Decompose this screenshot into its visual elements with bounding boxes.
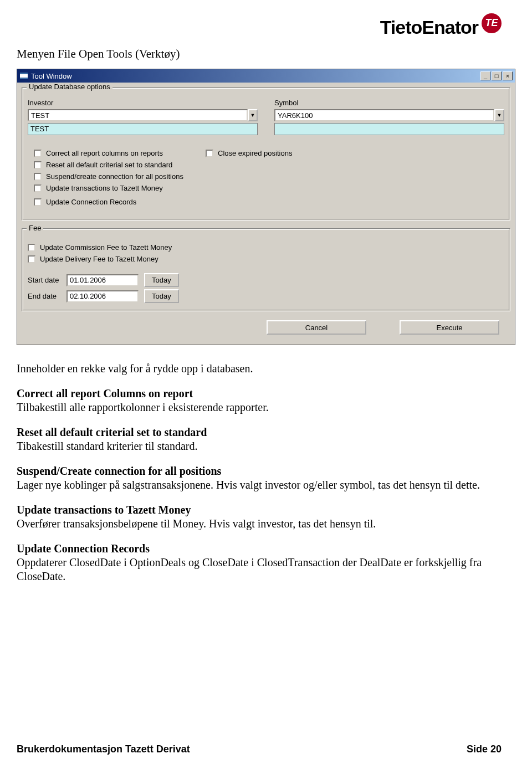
investor-label: Investor bbox=[28, 99, 258, 107]
check-close-expired[interactable] bbox=[206, 150, 213, 157]
end-date-label: End date bbox=[28, 292, 66, 300]
page-footer: Brukerdokumentasjon Tazett Derivat Side … bbox=[17, 744, 502, 755]
check-update-conn-label: Update Connection Records bbox=[46, 198, 136, 206]
start-date-input[interactable] bbox=[66, 274, 139, 286]
group-fee: Fee Update Commission Fee to Tazett Mone… bbox=[22, 228, 510, 311]
cancel-button[interactable]: Cancel bbox=[267, 320, 366, 335]
section-3-text: Lager nye koblinger på salgstransaksjone… bbox=[17, 479, 480, 491]
check-commission-fee[interactable] bbox=[28, 244, 35, 252]
investor-selected-cell[interactable]: TEST bbox=[28, 123, 258, 135]
section-2-title: Reset all default criterial set to stand… bbox=[17, 426, 207, 438]
document-body: Inneholder en rekke valg for å rydde opp… bbox=[17, 362, 502, 583]
section-5-text: Oppdaterer ClosedDate i OptionDeals og C… bbox=[17, 556, 482, 582]
page-heading: Menyen File Open Tools (Verktøy) bbox=[17, 47, 502, 61]
check-reset-criterial[interactable] bbox=[34, 161, 42, 169]
check-suspend-create-label: Suspend/create connection for all positi… bbox=[46, 172, 183, 181]
minimize-button[interactable]: _ bbox=[480, 71, 490, 80]
symbol-label: Symbol bbox=[274, 99, 504, 107]
start-today-button[interactable]: Today bbox=[144, 273, 179, 287]
close-button[interactable]: × bbox=[503, 71, 513, 80]
footer-right: Side 20 bbox=[467, 744, 502, 755]
window-title: Tool Window bbox=[31, 72, 480, 80]
check-update-conn[interactable] bbox=[34, 198, 42, 206]
check-update-trans-label: Update transactions to Tazett Money bbox=[46, 184, 163, 192]
window-icon bbox=[19, 72, 28, 80]
symbol-selected-cell[interactable] bbox=[274, 123, 504, 135]
check-correct-reports-label: Correct all report columns on reports bbox=[46, 149, 163, 157]
maximize-button[interactable]: □ bbox=[492, 71, 502, 80]
titlebar: Tool Window _ □ × bbox=[17, 69, 515, 83]
tool-window: Tool Window _ □ × Update Database option… bbox=[17, 69, 515, 345]
start-date-label: Start date bbox=[28, 276, 66, 284]
check-reset-criterial-label: Reset all default criterial set to stand… bbox=[46, 161, 172, 169]
section-1-title: Correct all report Columns on report bbox=[17, 387, 193, 399]
footer-left: Brukerdokumentasjon Tazett Derivat bbox=[17, 744, 190, 755]
symbol-dropdown-button[interactable] bbox=[494, 109, 504, 121]
end-today-button[interactable]: Today bbox=[144, 289, 179, 303]
section-2-text: Tibakestill standard kriterier til stand… bbox=[17, 440, 197, 452]
check-update-trans[interactable] bbox=[34, 184, 42, 192]
investor-combo[interactable]: TEST bbox=[28, 109, 248, 121]
section-1-text: Tilbakestill alle rapportkolonner i eksi… bbox=[17, 401, 269, 413]
check-correct-reports[interactable] bbox=[34, 150, 42, 157]
section-4-text: Overfører transaksjonsbeløpene til Money… bbox=[17, 517, 376, 530]
logo-text: TietoEnator bbox=[380, 17, 478, 38]
section-4-title: Update transactions to Tazett Money bbox=[17, 504, 191, 516]
logo-badge: TE bbox=[482, 13, 502, 33]
investor-dropdown-button[interactable] bbox=[248, 109, 258, 121]
check-commission-fee-label: Update Commission Fee to Tazett Money bbox=[40, 243, 172, 252]
section-5-title: Update Connection Records bbox=[17, 542, 150, 555]
group-fee-legend: Fee bbox=[27, 224, 43, 232]
check-delivery-fee[interactable] bbox=[28, 255, 35, 263]
intro-paragraph: Inneholder en rekke valg for å rydde opp… bbox=[17, 362, 502, 376]
check-suspend-create[interactable] bbox=[34, 173, 42, 181]
group-update-db-legend: Update Database options bbox=[27, 83, 112, 91]
check-delivery-fee-label: Update Delivery Fee to Tazett Money bbox=[40, 255, 158, 263]
end-date-input[interactable] bbox=[66, 290, 139, 303]
group-update-db: Update Database options Investor TEST Sy… bbox=[22, 87, 510, 221]
brand-logo: TietoEnator TE bbox=[380, 17, 502, 38]
symbol-combo[interactable]: YAR6K100 bbox=[274, 109, 494, 121]
execute-button[interactable]: Execute bbox=[400, 320, 499, 335]
check-close-expired-label: Close expired positions bbox=[218, 149, 292, 157]
section-3-title: Suspend/Create connection for all positi… bbox=[17, 465, 221, 477]
